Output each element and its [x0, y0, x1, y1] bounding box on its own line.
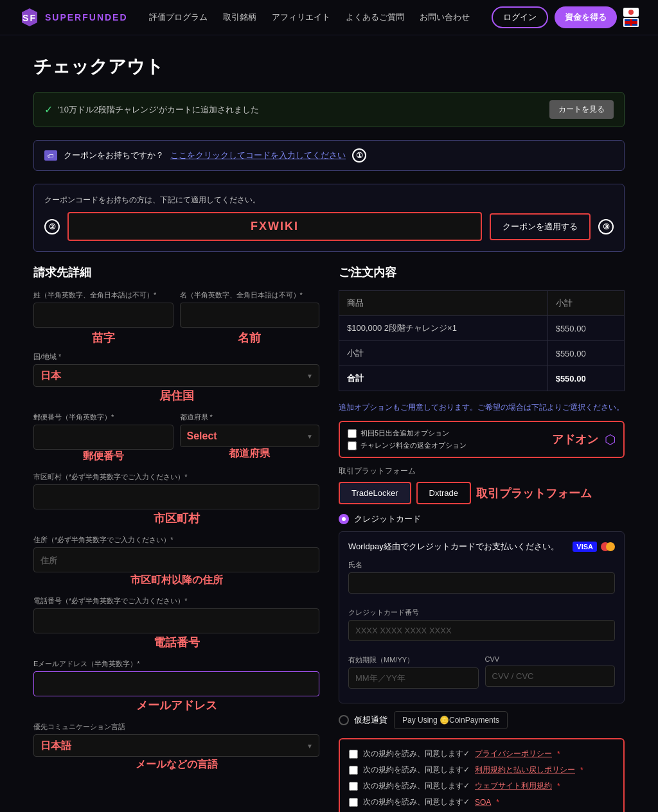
billing-section: 請求先詳細 姓（半角英数字、全角日本語は不可）* 名（半角英数字、全角日本語は不…: [33, 265, 319, 812]
nav-contact[interactable]: お問い合わせ: [420, 12, 470, 23]
platform-tradelocker-button[interactable]: TradeLocker: [339, 482, 411, 504]
email-display: メールアドレス: [33, 698, 319, 713]
privacy-policy-link[interactable]: プライバシーポリシー: [475, 748, 552, 759]
order-title: ご注文内容: [339, 265, 625, 280]
product-name: $100,000 2段階チャレンジ×1: [339, 316, 548, 341]
platform-dxtrade-button[interactable]: Dxtrade: [416, 482, 472, 504]
nav-faq[interactable]: よくあるご質問: [346, 12, 404, 23]
order-product-row: $100,000 2段階チャレンジ×1 $550.00: [339, 316, 625, 341]
addon-item-1: 初回5日出金追加オプション: [348, 428, 546, 438]
postal-prefecture-fields: 郵便番号（半角英数字）* 郵便番号 都道府県 * Select 都道府県: [33, 412, 319, 472]
prefecture-display: 都道府県: [180, 447, 320, 461]
city-group: 市区町村（*必ず半角英数字でご入力ください）* 市区町村: [33, 472, 319, 526]
address-input[interactable]: [33, 547, 319, 572]
apply-coupon-button[interactable]: クーポンを適用する: [490, 213, 591, 240]
card-name-input[interactable]: [348, 572, 615, 594]
email-input[interactable]: [33, 671, 319, 696]
required-mark-3: *: [557, 782, 560, 791]
prefecture-select-wrap: Select: [180, 425, 320, 447]
addon-checkboxes: 初回5日出金追加オプション チャレンジ料金の返金オプション: [348, 428, 546, 450]
banner-message: '10万ドル2段階チャレンジ'がカートに追加されました: [58, 104, 259, 116]
soa-link[interactable]: SOA: [475, 798, 491, 807]
terms-checkbox-soa[interactable]: [349, 798, 358, 807]
required-mark-1: *: [557, 750, 560, 759]
language-select-wrap: 日本語: [33, 734, 319, 757]
addon-check-1[interactable]: [348, 429, 357, 438]
check-icon: ✓: [44, 103, 53, 116]
address-label: 住所（*必ず半角英数字でご入力ください）*: [33, 535, 319, 545]
cvv-group: CVV: [485, 655, 616, 694]
last-name-input[interactable]: [33, 303, 173, 328]
terms-checkbox-website[interactable]: [349, 782, 358, 791]
nav-links: 評価プログラム 取引銘柄 アフィリエイト よくあるご質問 お問い合わせ: [147, 12, 472, 23]
order-table: 商品 小計 $100,000 2段階チャレンジ×1 $550.00 小計 $55…: [339, 290, 625, 391]
refund-policy-link[interactable]: 利用規約と払い戻しポリシー: [475, 764, 575, 775]
card-form-header: Worldpay経由でクレジットカードでお支払いください。 VISA: [348, 541, 615, 552]
postal-input[interactable]: [33, 425, 173, 450]
coupon-toggle-link[interactable]: ここをクリックしてコードを入力してください: [170, 150, 346, 161]
phone-group: 電話番号（*必ず半角英数字でご入力ください）* 電話番号: [33, 596, 319, 650]
funding-button[interactable]: 資金を得る: [555, 6, 617, 28]
language-display: メールなどの言語: [33, 758, 319, 772]
language-group: 優先コミュニケーション言語 日本語 メールなどの言語: [33, 722, 319, 772]
required-mark-2: *: [580, 766, 583, 775]
coinpayments-button[interactable]: Pay Using 🪙CoinPayments: [394, 711, 508, 729]
first-name-group: 名（半角英数字、全角日本語は不可）*: [180, 290, 320, 328]
flag-uk[interactable]: [623, 18, 639, 27]
flag-jp[interactable]: [623, 8, 639, 17]
addon-notice: 追加オプションもご用意しております。ご希望の場合は下記よりご選択ください。: [339, 402, 625, 413]
credit-card-form: Worldpay経由でクレジットカードでお支払いください。 VISA 氏名 クレ…: [339, 531, 625, 703]
terms-checkbox-privacy[interactable]: [349, 750, 358, 759]
step-1-indicator: ①: [352, 148, 366, 163]
subtotal-value: $550.00: [547, 341, 624, 366]
required-mark-4: *: [496, 798, 499, 807]
addon-check-2[interactable]: [348, 441, 357, 450]
expiry-input[interactable]: [348, 667, 479, 689]
coupon-tag-icon: 🏷: [44, 150, 57, 161]
crypto-label: 仮想通貨: [354, 714, 387, 726]
logo[interactable]: SF SUPERFUNDED: [19, 7, 128, 28]
phone-display: 電話番号: [33, 635, 319, 650]
platform-buttons: TradeLocker Dxtrade 取引プラットフォーム: [339, 482, 625, 504]
credit-card-radio[interactable]: [339, 514, 349, 524]
language-select[interactable]: 日本語: [33, 734, 319, 757]
nav-evaluation[interactable]: 評価プログラム: [149, 12, 208, 23]
cvv-label: CVV: [485, 655, 616, 663]
first-name-input[interactable]: [180, 303, 320, 328]
last-name-group: 姓（半角英数字、全角日本語は不可）*: [33, 290, 173, 328]
language-flags[interactable]: [623, 8, 639, 27]
login-button[interactable]: ログイン: [492, 6, 548, 28]
coupon-code-input[interactable]: [67, 212, 482, 241]
coupon-input-section: クーポンコードをお持ちの方は、下記にて適用してください。 ② クーポンを適用する…: [33, 184, 625, 252]
col-product: 商品: [339, 291, 548, 316]
superfunded-logo-icon: ⬡: [605, 432, 616, 447]
terms-item-privacy: 次の規約を読み、同意します✓ プライバシーポリシー *: [349, 748, 614, 759]
address-group: 住所（*必ず半角英数字でご入力ください）* 市区町村以降の住所: [33, 535, 319, 587]
crypto-option: 仮想通貨: [339, 714, 387, 726]
phone-input[interactable]: [33, 608, 319, 633]
addon-label-2: チャレンジ料金の返金オプション: [360, 441, 467, 450]
nav-instruments[interactable]: 取引銘柄: [223, 12, 256, 23]
terms-pre-2: 次の規約を読み、同意します✓: [363, 764, 470, 775]
nav-affiliate[interactable]: アフィリエイト: [272, 12, 330, 23]
card-number-input[interactable]: [348, 620, 615, 641]
website-terms-link[interactable]: ウェブサイト利用規約: [475, 781, 552, 791]
product-price: $550.00: [547, 316, 624, 341]
postal-group: 郵便番号（半角英数字）* 郵便番号: [33, 412, 173, 463]
city-input[interactable]: [33, 484, 319, 509]
cvv-input[interactable]: [485, 666, 616, 687]
view-cart-button[interactable]: カートを見る: [549, 100, 614, 119]
terms-item-website: 次の規約を読み、同意します✓ ウェブサイト利用規約 *: [349, 781, 614, 791]
last-name-display: 苗字: [33, 330, 173, 346]
order-total-row: 合計 $550.00: [339, 366, 625, 391]
total-value: $550.00: [547, 366, 624, 391]
billing-title: 請求先詳細: [33, 265, 319, 280]
crypto-radio[interactable]: [339, 715, 349, 725]
prefecture-select[interactable]: Select: [180, 425, 320, 447]
expiry-group: 有効期限（MM/YY）: [348, 655, 479, 694]
credit-card-option: クレジットカード: [339, 513, 625, 525]
country-select[interactable]: 日本: [33, 364, 319, 387]
terms-checkbox-refund[interactable]: [349, 766, 358, 775]
navigation: SF SUPERFUNDED 評価プログラム 取引銘柄 アフィリエイト よくある…: [0, 0, 658, 35]
card-name-label: 氏名: [348, 560, 615, 570]
